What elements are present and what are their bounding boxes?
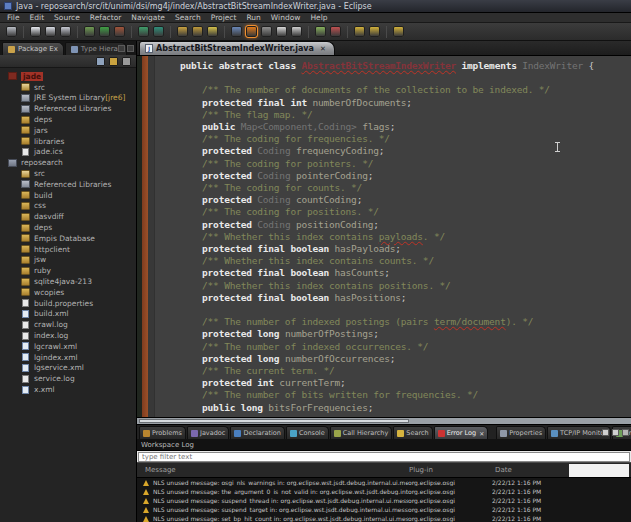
tab-call-hierarchy[interactable]: Call Hierarchy	[330, 426, 393, 439]
tree-item-label: sqlite4java-213	[34, 277, 92, 286]
column-header-message[interactable]: Message	[145, 463, 176, 477]
tree-item-deps[interactable]: deps	[0, 114, 136, 125]
collapse-all-icon[interactable]	[96, 57, 105, 66]
new-wizard-icon[interactable]	[6, 26, 17, 37]
menu-navigate[interactable]: Navigate	[126, 13, 170, 23]
tree-item-ruby[interactable]: ruby	[0, 265, 136, 276]
menu-window[interactable]: Window	[266, 13, 306, 23]
tree-item-label: src	[34, 83, 45, 92]
tree-item-index-log[interactable]: index.log	[0, 330, 136, 341]
code-editor[interactable]: public abstract class AbstractBitStreamI…	[137, 56, 631, 417]
tree-item-src[interactable]: src	[0, 168, 136, 179]
tree-item-jre-system-library[interactable]: JRE System Library [jre6]	[0, 93, 136, 104]
previous-annotation-icon[interactable]	[231, 26, 242, 37]
tree-item-jade-ics[interactable]: jade.ics	[0, 147, 136, 158]
minimize-view-icon[interactable]	[118, 45, 125, 52]
open-folder-icon[interactable]	[177, 26, 188, 37]
column-header-date[interactable]: Date	[495, 463, 512, 477]
save-as-icon[interactable]	[45, 26, 56, 37]
tree-item-jade[interactable]: jade	[0, 71, 136, 82]
minimize-panel-icon[interactable]	[612, 429, 619, 436]
new-package-icon[interactable]	[153, 26, 164, 37]
view-menu-icon[interactable]	[122, 57, 131, 66]
menu-help[interactable]: Help	[305, 13, 332, 23]
tab-error-log[interactable]: Error Log✕	[434, 426, 489, 439]
tree-item-libraries[interactable]: libraries	[0, 136, 136, 147]
new-file-icon[interactable]	[315, 26, 326, 37]
tree-item-crawl-log[interactable]: crawl.log	[0, 319, 136, 330]
open-type-icon[interactable]	[276, 26, 287, 37]
log-row[interactable]: NLS unused message: suspend_target in: o…	[137, 505, 631, 514]
tree-item-service-log[interactable]: service.log	[0, 373, 136, 384]
tree-item-jars[interactable]: jars	[0, 125, 136, 136]
export-jar-icon[interactable]	[192, 26, 203, 37]
forward-icon[interactable]	[369, 26, 380, 37]
tree-item-lgcrawl-xml[interactable]: lgcrawl.xml	[0, 341, 136, 352]
close-tab-icon[interactable]: ✕	[320, 45, 326, 53]
tab-console[interactable]: Console	[286, 426, 329, 439]
log-row[interactable]: NLS unused message: suspend_thread in: o…	[137, 496, 631, 505]
pin-view-icon[interactable]	[602, 429, 609, 436]
tree-item-empis-database[interactable]: Empis Database	[0, 233, 136, 244]
tree-item-lgservice-xml[interactable]: lgservice.xml	[0, 363, 136, 374]
tab-search[interactable]: Search	[393, 426, 432, 439]
editor-tab[interactable]: J AbstractBitStreamIndexWriter.java ✕	[139, 41, 335, 55]
open-resource-icon[interactable]	[291, 26, 302, 37]
tree-item-httpclient[interactable]: httpclient	[0, 244, 136, 255]
search-icon[interactable]	[246, 26, 257, 37]
menu-search[interactable]: Search	[170, 13, 206, 23]
tree-item-css[interactable]: css	[0, 201, 136, 212]
tab-javadoc[interactable]: Javadoc	[187, 426, 229, 439]
tree-item-referenced-libraries[interactable]: Referenced Libraries	[0, 179, 136, 190]
run-icon[interactable]	[99, 26, 110, 37]
tree-item-build-xml[interactable]: build.xml	[0, 309, 136, 320]
menu-source[interactable]: Source	[49, 13, 85, 23]
hscrollbar-thumb[interactable]	[139, 419, 409, 423]
tree-item-wcopies[interactable]: wcopies	[0, 287, 136, 298]
tab-properties[interactable]: Properties	[496, 426, 546, 439]
log-row[interactable]: NLS unused message: set_bp_hit_count in:…	[137, 514, 631, 522]
tree-item-src[interactable]: src	[0, 82, 136, 93]
annotate-icon[interactable]	[207, 26, 218, 37]
view-window-buttons	[118, 45, 134, 52]
code-text[interactable]: public abstract class AbstractBitStreamI…	[155, 56, 631, 417]
menu-refactor[interactable]: Refactor	[85, 13, 126, 23]
debug-icon[interactable]	[84, 26, 95, 37]
new-java-project-icon[interactable]	[138, 26, 149, 37]
last-edit-location-icon[interactable]	[393, 26, 404, 37]
back-icon[interactable]	[354, 26, 365, 37]
next-annotation-icon[interactable]	[261, 26, 272, 37]
tree-item-referenced-libraries[interactable]: Referenced Libraries	[0, 103, 136, 114]
menu-project[interactable]: Project	[206, 13, 242, 23]
log-row[interactable]: NLS unused message: the_argument_0_is_no…	[137, 487, 631, 496]
view-tab-package-ex[interactable]: Package Ex	[2, 42, 64, 55]
tree-item-build-properties[interactable]: build.properties	[0, 298, 136, 309]
tree-item-reposearch[interactable]: reposearch	[0, 157, 136, 168]
tree-item-jsw[interactable]: jsw	[0, 255, 136, 266]
project-tree[interactable]: jadesrcJRE System Library [jre6]Referenc…	[0, 68, 136, 522]
tree-item-deps[interactable]: deps	[0, 222, 136, 233]
tree-item-lgindex-xml[interactable]: lgindex.xml	[0, 352, 136, 363]
filter-input[interactable]	[138, 452, 630, 462]
tree-item-build[interactable]: build	[0, 190, 136, 201]
tab-declaration[interactable]: Declaration	[230, 426, 284, 439]
maximize-panel-icon[interactable]	[622, 429, 629, 436]
column-header-plug-in[interactable]: Plug-in	[409, 463, 433, 477]
close-view-icon[interactable]: ✕	[479, 430, 484, 437]
tree-item-dasvdiff[interactable]: dasvdiff	[0, 211, 136, 222]
code-line: /** The coding for frequencies. */	[180, 133, 631, 145]
link-with-editor-icon[interactable]	[109, 57, 118, 66]
tab-problems[interactable]: Problems	[139, 426, 186, 439]
bookmark-flag-icon[interactable]	[330, 26, 341, 37]
save-all-icon[interactable]	[60, 26, 71, 37]
log-row[interactable]: NLS unused message: osgi_nls_warnings in…	[137, 478, 631, 487]
run-external-tools-icon[interactable]	[114, 26, 125, 37]
maximize-view-icon[interactable]	[127, 45, 134, 52]
tree-item-sqlite4java-213[interactable]: sqlite4java-213	[0, 276, 136, 287]
tree-item-x-xml[interactable]: x.xml	[0, 384, 136, 395]
menu-file[interactable]: File	[2, 13, 25, 23]
menu-edit[interactable]: Edit	[25, 13, 50, 23]
editor-hscrollbar[interactable]	[137, 417, 631, 424]
save-icon[interactable]	[30, 26, 41, 37]
menu-run[interactable]: Run	[241, 13, 265, 23]
